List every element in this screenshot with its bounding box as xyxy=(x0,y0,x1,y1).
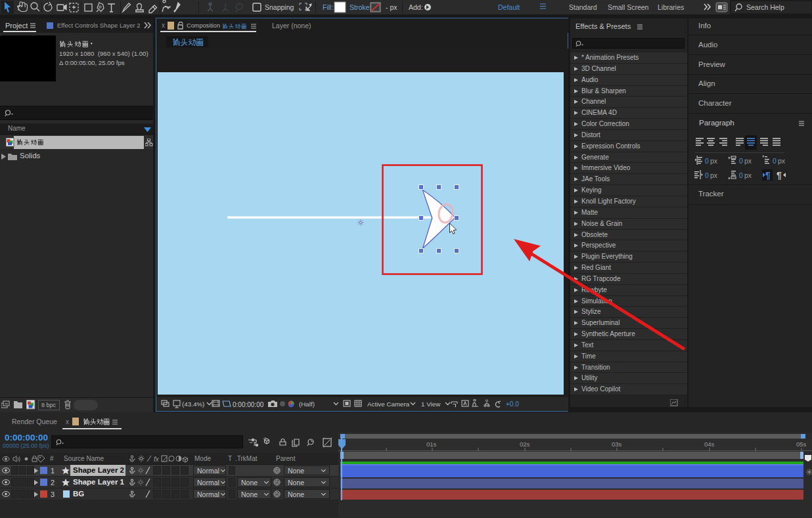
svg-text:+0.0: +0.0 xyxy=(506,400,519,408)
svg-text:1 View: 1 View xyxy=(421,400,441,408)
svg-text:04s: 04s xyxy=(704,441,715,448)
svg-text:0: 0 xyxy=(705,171,709,179)
svg-text:Fill:: Fill: xyxy=(323,3,333,11)
svg-text:Libraries: Libraries xyxy=(658,3,684,11)
svg-text:Search Help: Search Help xyxy=(746,3,784,11)
svg-text:px: px xyxy=(744,171,752,179)
svg-text:- px: - px xyxy=(386,3,397,11)
svg-text:01s: 01s xyxy=(426,441,437,448)
svg-text:fx: fx xyxy=(154,456,160,463)
svg-text:0:00:00:00: 0:00:00:00 xyxy=(233,401,264,408)
svg-text:Default: Default xyxy=(498,3,520,11)
svg-text:Add:: Add: xyxy=(409,3,423,11)
svg-text:px: px xyxy=(710,157,718,165)
svg-text:02s: 02s xyxy=(520,441,530,448)
svg-text:Snapping: Snapping xyxy=(265,3,294,11)
svg-text:px: px xyxy=(744,157,752,165)
svg-text:Small Screen: Small Screen xyxy=(608,3,649,11)
svg-text:05s: 05s xyxy=(796,441,807,448)
svg-text:px: px xyxy=(778,157,786,165)
svg-text:0: 0 xyxy=(739,157,743,165)
svg-text:0: 0 xyxy=(739,171,743,179)
svg-text:0: 0 xyxy=(773,157,777,165)
svg-text:Standard: Standard xyxy=(569,3,597,11)
svg-text:¶: ¶ xyxy=(777,170,782,181)
svg-text:¶: ¶ xyxy=(765,170,771,181)
svg-text:Active Camera: Active Camera xyxy=(367,400,410,408)
svg-text:(Half): (Half) xyxy=(299,400,315,408)
svg-text:px: px xyxy=(710,171,718,179)
svg-text:0: 0 xyxy=(705,157,709,165)
svg-text:(43.4%): (43.4%) xyxy=(182,400,204,408)
svg-text:03s: 03s xyxy=(612,441,622,448)
svg-text:Stroke:: Stroke: xyxy=(350,3,371,11)
